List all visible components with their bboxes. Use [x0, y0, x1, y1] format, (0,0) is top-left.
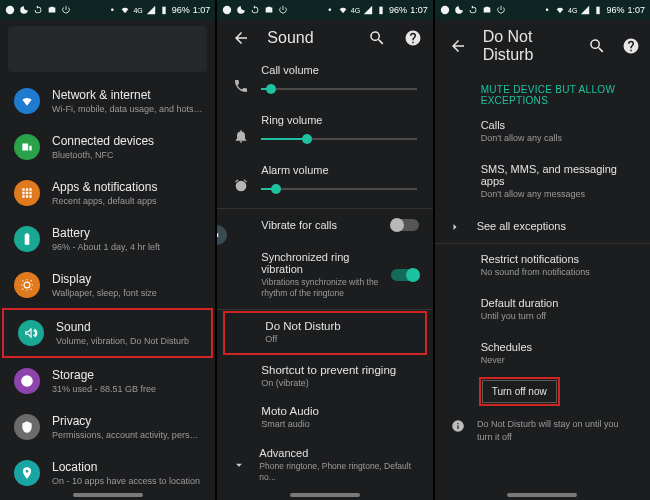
power-icon — [278, 5, 288, 15]
chevron-down-icon — [231, 457, 247, 473]
duration-label: Default duration — [481, 297, 636, 309]
phone-icon — [231, 76, 251, 96]
advanced-label: Advanced — [259, 447, 422, 459]
settings-item-battery[interactable]: Battery96% - About 1 day, 4 hr left — [0, 216, 215, 262]
status-bar: • 4G 96% 1:07 — [217, 0, 432, 20]
item-title: Storage — [52, 368, 203, 382]
spotify-icon — [440, 5, 450, 15]
turn-off-now-highlight: Turn off now — [479, 377, 560, 406]
search-button[interactable] — [367, 28, 387, 48]
settings-item-privacy[interactable]: PrivacyPermissions, account activity, pe… — [0, 404, 215, 450]
svg-point-2 — [223, 6, 231, 14]
default-duration-row[interactable]: Default duration Until you turn off — [435, 288, 650, 332]
battery-pct: 96% — [606, 5, 624, 15]
ring-volume-label: Ring volume — [261, 114, 416, 126]
battery-icon — [14, 226, 40, 252]
exceptions-section-label: MUTE DEVICE BUT ALLOW EXCEPTIONS — [435, 74, 650, 110]
nav-pill[interactable] — [290, 493, 360, 497]
wifi-icon — [14, 88, 40, 114]
clock: 1:07 — [193, 5, 211, 15]
sync-ring-sub: Vibrations synchronize with the rhythm o… — [261, 277, 382, 299]
settings-list: Network & internetWi-Fi, mobile, data us… — [0, 78, 215, 500]
call-volume-label: Call volume — [261, 64, 416, 76]
calls-sub: Don't allow any calls — [481, 133, 636, 145]
advanced-row[interactable]: Advanced Phone ringtone, Phone ringtone,… — [217, 439, 432, 491]
dnd-sub: Off — [265, 334, 412, 346]
item-subtitle: Wallpaper, sleep, font size — [52, 288, 203, 298]
storage-icon — [14, 368, 40, 394]
alarm-volume-row[interactable]: Alarm volume — [217, 158, 432, 208]
camera-icon — [482, 5, 492, 15]
help-button[interactable] — [622, 36, 640, 56]
item-subtitle: 31% used - 88.51 GB free — [52, 384, 203, 394]
sms-label: SMS, MMS, and messaging apps — [481, 163, 636, 187]
spotify-icon — [222, 5, 232, 15]
restrict-sub: No sound from notifications — [481, 267, 636, 279]
nav-pill[interactable] — [507, 493, 577, 497]
ring-volume-row[interactable]: Ring volume — [217, 108, 432, 158]
search-settings[interactable] — [8, 26, 207, 72]
item-subtitle: 96% - About 1 day, 4 hr left — [52, 242, 203, 252]
svg-rect-1 — [162, 7, 165, 15]
sound-content: Call volume Ring volume Alarm volume Vib… — [217, 58, 432, 500]
ring-volume-slider[interactable] — [261, 132, 416, 146]
sound-header: Sound — [217, 20, 432, 58]
sync-ring-row[interactable]: Synchronized ring vibration Vibrations s… — [217, 241, 432, 309]
camera-icon — [264, 5, 274, 15]
call-volume-row[interactable]: Call volume — [217, 58, 432, 108]
see-all-exceptions-row[interactable]: See all exceptions — [435, 209, 650, 243]
help-button[interactable] — [403, 28, 423, 48]
refresh-icon — [468, 5, 478, 15]
camera-icon — [47, 5, 57, 15]
chevron-right-icon — [449, 219, 463, 233]
settings-item-sound[interactable]: SoundVolume, vibration, Do Not Disturb — [2, 308, 213, 358]
back-button[interactable] — [231, 28, 251, 48]
duration-sub: Until you turn off — [481, 311, 636, 323]
schedules-row[interactable]: Schedules Never — [435, 332, 650, 376]
display-icon — [14, 272, 40, 298]
do-not-disturb-row[interactable]: Do Not Disturb Off — [223, 311, 426, 355]
calls-row[interactable]: Calls Don't allow any calls — [435, 110, 650, 154]
info-icon — [451, 419, 465, 435]
battery-icon — [593, 5, 603, 15]
moto-audio-row[interactable]: Moto Audio Smart audio — [217, 397, 432, 439]
item-subtitle: On - 10 apps have access to location — [52, 476, 203, 486]
item-subtitle: Wi-Fi, mobile, data usage, and hotspot — [52, 104, 203, 114]
moon-icon — [19, 5, 29, 15]
back-button[interactable] — [449, 36, 467, 56]
turn-off-now-button[interactable]: Turn off now — [482, 380, 557, 403]
dot-icon: • — [325, 5, 335, 15]
shortcut-prevent-ringing-row[interactable]: Shortcut to prevent ringing On (vibrate) — [217, 356, 432, 398]
item-title: Display — [52, 272, 203, 286]
vibrate-for-calls-row[interactable]: Vibrate for calls — [217, 209, 432, 241]
restrict-notifications-row[interactable]: Restrict notifications No sound from not… — [435, 244, 650, 288]
sms-sub: Don't allow any messages — [481, 189, 636, 201]
item-title: Sound — [56, 320, 199, 334]
settings-item-network-internet[interactable]: Network & internetWi-Fi, mobile, data us… — [0, 78, 215, 124]
settings-item-connected-devices[interactable]: Connected devicesBluetooth, NFC — [0, 124, 215, 170]
alarm-volume-slider[interactable] — [261, 182, 416, 196]
sound-icon — [18, 320, 44, 346]
signal-label: 4G — [133, 7, 142, 14]
spotify-icon — [5, 5, 15, 15]
dnd-label: Do Not Disturb — [265, 320, 412, 332]
nav-pill[interactable] — [73, 493, 143, 497]
sms-row[interactable]: SMS, MMS, and messaging apps Don't allow… — [435, 154, 650, 210]
privacy-icon — [14, 414, 40, 440]
sync-ring-switch[interactable] — [391, 269, 419, 281]
dnd-info-row: Do Not Disturb will stay on until you tu… — [435, 408, 650, 452]
settings-item-apps-notifications[interactable]: Apps & notificationsRecent apps, default… — [0, 170, 215, 216]
moon-icon — [454, 5, 464, 15]
see-all-label: See all exceptions — [477, 220, 566, 232]
vibrate-for-calls-switch[interactable] — [391, 219, 419, 231]
power-icon — [61, 5, 71, 15]
search-button[interactable] — [588, 36, 606, 56]
refresh-icon — [33, 5, 43, 15]
battery-pct: 96% — [389, 5, 407, 15]
sound-panel: • 4G 96% 1:07 Sound Call volume Ring vol… — [217, 0, 432, 500]
call-volume-slider[interactable] — [261, 82, 416, 96]
settings-item-storage[interactable]: Storage31% used - 88.51 GB free — [0, 358, 215, 404]
moto-label: Moto Audio — [261, 405, 418, 417]
settings-item-display[interactable]: DisplayWallpaper, sleep, font size — [0, 262, 215, 308]
settings-item-location[interactable]: LocationOn - 10 apps have access to loca… — [0, 450, 215, 496]
